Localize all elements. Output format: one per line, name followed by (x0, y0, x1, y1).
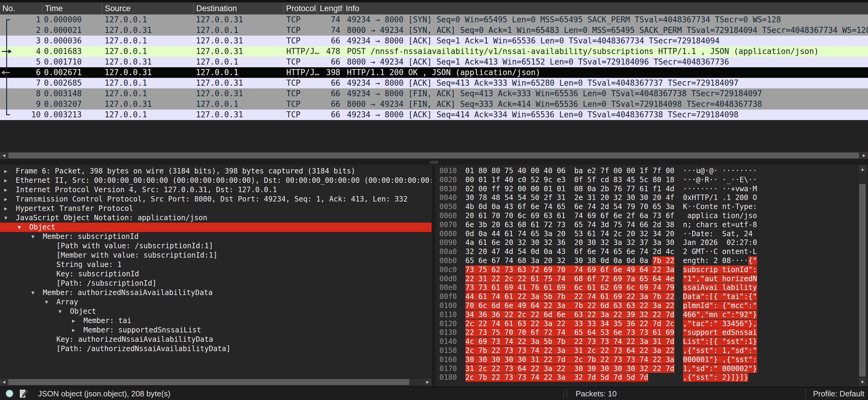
hex-row[interactable]: 00d022 31 22 2c 22 61 75 74 68 6f 72 69 … (435, 275, 857, 284)
column-header-destination[interactable]: Destination (194, 2, 284, 15)
tree-row[interactable]: [Path with value: /subscriptionId:1] (0, 241, 432, 251)
scroll-right-icon[interactable]: ▶ (860, 152, 868, 159)
scroll-left-icon[interactable]: ◀ (0, 378, 8, 385)
packet-row[interactable]: 30.000036127.0.0.1127.0.0.31TCP6649234 →… (0, 36, 868, 46)
expanded-arrow-icon[interactable]: ▼ (59, 307, 70, 316)
packet-row[interactable]: 10.000000127.0.0.1127.0.0.31TCP7449234 →… (0, 15, 868, 25)
tree-row[interactable]: ▶Frame 6: Packet, 398 bytes on wire (318… (0, 167, 432, 176)
hex-row[interactable]: 00b065 6e 67 74 68 3a 20 32 30 38 0d 0a … (435, 256, 857, 265)
hex-row[interactable]: 00f044 61 74 61 22 3a 5b 7b 22 74 61 69 … (435, 292, 857, 302)
expanded-arrow-icon[interactable]: ▼ (31, 288, 43, 297)
collapsed-arrow-icon[interactable]: ▶ (4, 167, 16, 176)
column-header-no[interactable]: No. (0, 2, 42, 15)
packet-cell-time: 0.001710 (42, 57, 102, 67)
packet-cell-no: 1 (0, 15, 42, 25)
tree-row[interactable]: String value: 1 (0, 260, 432, 269)
collapsed-arrow-icon[interactable]: ▶ (4, 176, 16, 185)
splitter-grip[interactable] (430, 161, 438, 164)
collapsed-arrow-icon[interactable]: ▶ (4, 204, 16, 213)
hex-row[interactable]: 01502c 7b 22 73 73 74 22 3a 31 2c 22 73 … (435, 346, 857, 355)
hex-row[interactable]: 00e073 73 61 69 41 76 61 69 6c 61 62 69 … (435, 283, 857, 292)
packet-row[interactable]: 20.000021127.0.0.31127.0.0.1TCP748000 → … (0, 25, 868, 36)
hex-row[interactable]: 00904a 61 6e 20 32 30 32 36 20 30 32 3a … (435, 238, 857, 247)
packet-row[interactable]: 80.003148127.0.0.1127.0.0.31TCP6649234 →… (0, 88, 868, 99)
packet-cell-no: 4 (0, 46, 42, 57)
packet-list-hscroll-thumb[interactable] (8, 153, 859, 159)
tree-row[interactable]: [Member with value: subscriptionId:1] (0, 251, 432, 260)
packet-cell-no: 3 (0, 36, 42, 46)
expanded-arrow-icon[interactable]: ▼ (4, 213, 16, 223)
tree-row[interactable]: ▼Member: subscriptionId (0, 232, 432, 241)
bytes-vscrollbar[interactable]: ▲ ▼ (858, 165, 866, 386)
packet-row[interactable]: 70.002685127.0.0.1127.0.0.31TCP6649234 →… (0, 78, 868, 88)
tree-row[interactable]: Key: authorizedNssaiAvailabilityData (0, 335, 432, 344)
hex-row[interactable]: 01404c 69 73 74 22 3a 5b 7b 22 73 73 74 … (435, 337, 857, 346)
column-header-source[interactable]: Source (102, 2, 194, 15)
packet-row[interactable]: 60.002671127.0.0.31127.0.0.1HTTP/J…398HT… (0, 67, 868, 78)
pane-splitter-vertical[interactable] (432, 165, 435, 387)
tree-row[interactable]: ▶Transmission Control Protocol, Src Port… (0, 195, 432, 204)
tree-row[interactable]: [Path: /subscriptionId] (0, 279, 432, 288)
tree-row[interactable]: ▶Internet Protocol Version 4, Src: 127.0… (0, 185, 432, 195)
packet-row[interactable]: 40.001683127.0.0.1127.0.0.31HTTP/J…478PO… (0, 46, 868, 57)
expanded-arrow-icon[interactable]: ▼ (45, 297, 56, 307)
hex-row[interactable]: 002000 01 1f 40 c0 52 9c e3 0f 5f cd 83 … (435, 176, 857, 184)
hex-row[interactable]: 006020 61 70 70 6c 69 63 61 74 69 6f 6e … (435, 211, 857, 221)
hex-row[interactable]: 013022 73 75 70 70 6f 72 74 65 64 53 6e … (435, 328, 857, 337)
column-header-protocol[interactable]: Protocol (284, 2, 317, 15)
tree-row[interactable]: ▼Object (0, 223, 432, 232)
collapsed-arrow-icon[interactable]: ▶ (72, 325, 84, 335)
hex-row[interactable]: 017031 2c 22 73 64 22 3a 22 30 30 30 30 … (435, 364, 857, 373)
hex-row[interactable]: 00800d 0a 44 61 74 65 3a 20 53 61 74 2c … (435, 230, 857, 238)
tree-row[interactable]: ▼Member: authorizedNssaiAvailabilityData (0, 288, 432, 297)
details-hscroll-thumb[interactable] (8, 379, 409, 385)
tree-row[interactable]: ▶Hypertext Transfer Protocol (0, 204, 432, 213)
tree-row[interactable]: ▼Object (0, 307, 432, 316)
collapsed-arrow-icon[interactable]: ▶ (4, 195, 16, 204)
packet-cell-src: 127.0.0.31 (102, 25, 194, 36)
collapsed-arrow-icon[interactable]: ▶ (4, 185, 16, 195)
tree-row[interactable]: [Path: /authorizedNssaiAvailabilityData] (0, 344, 432, 353)
tree-row[interactable]: ▶Member: supportedSnssaiList (0, 325, 432, 335)
tree-row[interactable]: Key: subscriptionId (0, 269, 432, 279)
packet-cell-src: 127.0.0.1 (102, 88, 194, 99)
bytes-vscroll-thumb[interactable] (859, 184, 866, 376)
hex-row[interactable]: 010070 6c 6d 6e 49 64 22 3a 7b 22 6d 63 … (435, 302, 857, 310)
scroll-left-icon[interactable]: ◀ (0, 152, 8, 159)
hex-row[interactable]: 01202c 22 74 61 63 22 3a 22 33 33 34 35 … (435, 319, 857, 328)
scroll-down-icon[interactable]: ▼ (859, 378, 866, 385)
pane-splitter-horizontal[interactable] (0, 159, 868, 165)
hex-row[interactable]: 00c073 75 62 73 63 72 69 70 74 69 6f 6e … (435, 265, 857, 275)
packet-row[interactable]: 50.001710127.0.0.31127.0.0.1TCP668000 → … (0, 57, 868, 67)
hex-row[interactable]: 01802c 7b 22 73 73 74 22 3a 32 7d 5d 7d … (435, 373, 857, 382)
collapsed-arrow-icon[interactable]: ▶ (72, 316, 84, 325)
scroll-up-icon[interactable]: ▲ (859, 165, 866, 173)
scroll-right-icon[interactable]: ▶ (424, 378, 432, 385)
packet-row[interactable]: 90.003207127.0.0.31127.0.0.1TCP668000 → … (0, 99, 868, 110)
hex-row[interactable]: 004030 78 48 54 54 50 2f 31 2e 31 20 32 … (435, 193, 857, 202)
hex-row[interactable]: 00706e 3b 20 63 68 61 72 73 65 74 3d 75 … (435, 221, 857, 230)
hex-row[interactable]: 003002 00 ff 92 00 00 01 01 08 0a 2b 76 … (435, 184, 857, 194)
expert-info-icon[interactable] (5, 390, 13, 398)
capture-comment-icon[interactable] (19, 389, 28, 399)
details-hscrollbar[interactable]: ◀ ▶ (0, 378, 432, 386)
hex-row[interactable]: 001001 80 80 75 40 00 40 06 ba e2 7f 00 … (435, 167, 857, 176)
tree-row[interactable]: ▶Member: tai (0, 316, 432, 325)
status-profile[interactable]: Profile: Default (813, 387, 864, 400)
column-header-info[interactable]: Info (343, 2, 868, 15)
tree-row[interactable]: ▼Array (0, 297, 432, 307)
hex-row[interactable]: 00a032 20 47 4d 54 0d 0a 43 6f 6e 74 65 … (435, 247, 857, 256)
column-header-time[interactable]: Time (42, 2, 102, 15)
expanded-arrow-icon[interactable]: ▼ (18, 223, 29, 232)
column-header-length[interactable]: Length (317, 2, 343, 15)
packet-row[interactable]: 100.003213127.0.0.1127.0.0.31TCP6649234 … (0, 110, 868, 120)
tree-row[interactable]: ▶Ethernet II, Src: 00:00:00_00:00:00 (00… (0, 176, 432, 185)
hex-row[interactable]: 011034 36 36 22 2c 22 6d 6e 63 22 3a 22 … (435, 310, 857, 319)
tree-row[interactable]: ▼JavaScript Object Notation: application… (0, 213, 432, 223)
expanded-arrow-icon[interactable]: ▼ (31, 232, 43, 241)
packet-cell-proto: HTTP/J… (284, 67, 317, 78)
hex-row[interactable]: 016030 30 30 30 30 31 22 7d 2c 7b 22 73 … (435, 355, 857, 364)
packet-list-hscrollbar[interactable]: ◀ ▶ (0, 152, 868, 159)
tree-row-label: [Path: /authorizedNssaiAvailabilityData] (56, 344, 230, 353)
hex-row[interactable]: 00504b 0d 0a 43 6f 6e 74 65 6e 74 2d 54 … (435, 202, 857, 211)
